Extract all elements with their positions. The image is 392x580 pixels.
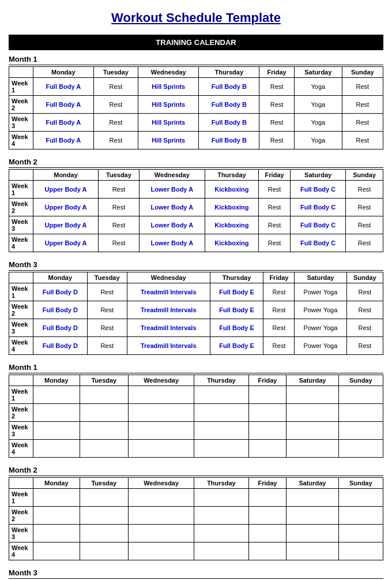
- schedule-cell[interactable]: Rest: [346, 319, 383, 337]
- schedule-cell[interactable]: Rest: [87, 283, 127, 301]
- empty-schedule-cell[interactable]: [287, 404, 338, 422]
- empty-schedule-cell[interactable]: [287, 542, 338, 560]
- schedule-cell[interactable]: Rest: [99, 181, 140, 199]
- empty-schedule-cell[interactable]: [194, 422, 248, 440]
- empty-schedule-cell[interactable]: [287, 422, 338, 440]
- schedule-cell[interactable]: Lower Body A: [139, 181, 205, 199]
- empty-schedule-cell[interactable]: [248, 422, 287, 440]
- schedule-cell[interactable]: Rest: [263, 319, 295, 337]
- empty-schedule-cell[interactable]: [338, 386, 383, 404]
- schedule-cell[interactable]: Full Body D: [33, 301, 88, 319]
- schedule-cell[interactable]: Full Body C: [291, 199, 346, 216]
- schedule-cell[interactable]: Upper Body A: [33, 234, 99, 252]
- schedule-cell[interactable]: Kickboxing: [205, 216, 258, 234]
- schedule-cell[interactable]: Full Body D: [33, 283, 88, 301]
- schedule-cell[interactable]: Full Body E: [210, 301, 263, 319]
- schedule-cell[interactable]: Rest: [346, 199, 383, 216]
- schedule-cell[interactable]: Full Body E: [210, 337, 263, 355]
- schedule-cell[interactable]: Power Yoga: [295, 283, 346, 301]
- schedule-cell[interactable]: Rest: [259, 78, 295, 96]
- empty-schedule-cell[interactable]: [248, 386, 287, 404]
- schedule-cell[interactable]: Yoga: [294, 132, 342, 149]
- schedule-cell[interactable]: Rest: [346, 216, 383, 234]
- empty-schedule-cell[interactable]: [194, 386, 248, 404]
- schedule-cell[interactable]: Lower Body A: [139, 234, 205, 252]
- empty-schedule-cell[interactable]: [194, 404, 248, 422]
- schedule-cell[interactable]: Rest: [346, 283, 383, 301]
- empty-schedule-cell[interactable]: [33, 422, 80, 440]
- schedule-cell[interactable]: Rest: [259, 96, 295, 114]
- schedule-cell[interactable]: Rest: [259, 114, 295, 132]
- schedule-cell[interactable]: Rest: [93, 96, 138, 114]
- schedule-cell[interactable]: Upper Body A: [33, 181, 99, 199]
- empty-schedule-cell[interactable]: [248, 525, 287, 542]
- empty-schedule-cell[interactable]: [338, 404, 383, 422]
- schedule-cell[interactable]: Full Body B: [199, 114, 259, 132]
- empty-schedule-cell[interactable]: [287, 489, 338, 507]
- empty-schedule-cell[interactable]: [80, 404, 128, 422]
- schedule-cell[interactable]: Full Body B: [199, 132, 259, 149]
- empty-schedule-cell[interactable]: [80, 507, 128, 525]
- schedule-cell[interactable]: Kickboxing: [205, 234, 258, 252]
- empty-schedule-cell[interactable]: [338, 440, 383, 458]
- empty-schedule-cell[interactable]: [33, 507, 80, 525]
- schedule-cell[interactable]: Power Yoga: [295, 301, 346, 319]
- schedule-cell[interactable]: Full Body C: [291, 216, 346, 234]
- schedule-cell[interactable]: Rest: [263, 337, 295, 355]
- schedule-cell[interactable]: Treadmill Intervals: [127, 283, 210, 301]
- schedule-cell[interactable]: Full Body A: [33, 114, 94, 132]
- schedule-cell[interactable]: Rest: [259, 216, 291, 234]
- schedule-cell[interactable]: Full Body A: [33, 78, 94, 96]
- schedule-cell[interactable]: Kickboxing: [205, 181, 258, 199]
- schedule-cell[interactable]: Rest: [99, 216, 140, 234]
- schedule-cell[interactable]: Rest: [342, 96, 383, 114]
- empty-schedule-cell[interactable]: [129, 404, 194, 422]
- empty-schedule-cell[interactable]: [338, 525, 383, 542]
- schedule-cell[interactable]: Full Body C: [291, 181, 346, 199]
- empty-schedule-cell[interactable]: [338, 542, 383, 560]
- empty-schedule-cell[interactable]: [33, 404, 80, 422]
- empty-schedule-cell[interactable]: [80, 489, 128, 507]
- empty-schedule-cell[interactable]: [338, 489, 383, 507]
- empty-schedule-cell[interactable]: [129, 440, 194, 458]
- schedule-cell[interactable]: Rest: [259, 132, 295, 149]
- schedule-cell[interactable]: Yoga: [294, 78, 342, 96]
- empty-schedule-cell[interactable]: [248, 489, 287, 507]
- schedule-cell[interactable]: Full Body B: [199, 78, 259, 96]
- empty-schedule-cell[interactable]: [287, 507, 338, 525]
- schedule-cell[interactable]: Rest: [342, 132, 383, 149]
- schedule-cell[interactable]: Rest: [93, 132, 138, 149]
- schedule-cell[interactable]: Full Body E: [210, 283, 263, 301]
- schedule-cell[interactable]: Rest: [99, 199, 140, 216]
- schedule-cell[interactable]: Treadmill Intervals: [127, 337, 210, 355]
- empty-schedule-cell[interactable]: [80, 386, 128, 404]
- schedule-cell[interactable]: Full Body D: [33, 319, 88, 337]
- schedule-cell[interactable]: Lower Body A: [139, 216, 205, 234]
- schedule-cell[interactable]: Rest: [346, 301, 383, 319]
- empty-schedule-cell[interactable]: [33, 525, 80, 542]
- empty-schedule-cell[interactable]: [287, 386, 338, 404]
- schedule-cell[interactable]: Rest: [93, 78, 138, 96]
- empty-schedule-cell[interactable]: [129, 542, 194, 560]
- schedule-cell[interactable]: Rest: [263, 301, 295, 319]
- schedule-cell[interactable]: Rest: [87, 337, 127, 355]
- schedule-cell[interactable]: Rest: [259, 234, 291, 252]
- schedule-cell[interactable]: Upper Body A: [33, 199, 99, 216]
- schedule-cell[interactable]: Upper Body A: [33, 216, 99, 234]
- empty-schedule-cell[interactable]: [129, 489, 194, 507]
- schedule-cell[interactable]: Hill Sprints: [138, 114, 199, 132]
- schedule-cell[interactable]: Full Body A: [33, 96, 94, 114]
- empty-schedule-cell[interactable]: [80, 422, 128, 440]
- schedule-cell[interactable]: Rest: [346, 234, 383, 252]
- empty-schedule-cell[interactable]: [338, 507, 383, 525]
- schedule-cell[interactable]: Rest: [99, 234, 140, 252]
- empty-schedule-cell[interactable]: [194, 489, 248, 507]
- schedule-cell[interactable]: Kickboxing: [205, 199, 258, 216]
- empty-schedule-cell[interactable]: [33, 542, 80, 560]
- empty-schedule-cell[interactable]: [129, 525, 194, 542]
- schedule-cell[interactable]: Rest: [346, 181, 383, 199]
- schedule-cell[interactable]: Full Body E: [210, 319, 263, 337]
- schedule-cell[interactable]: Rest: [346, 337, 383, 355]
- schedule-cell[interactable]: Yoga: [294, 114, 342, 132]
- empty-schedule-cell[interactable]: [33, 386, 80, 404]
